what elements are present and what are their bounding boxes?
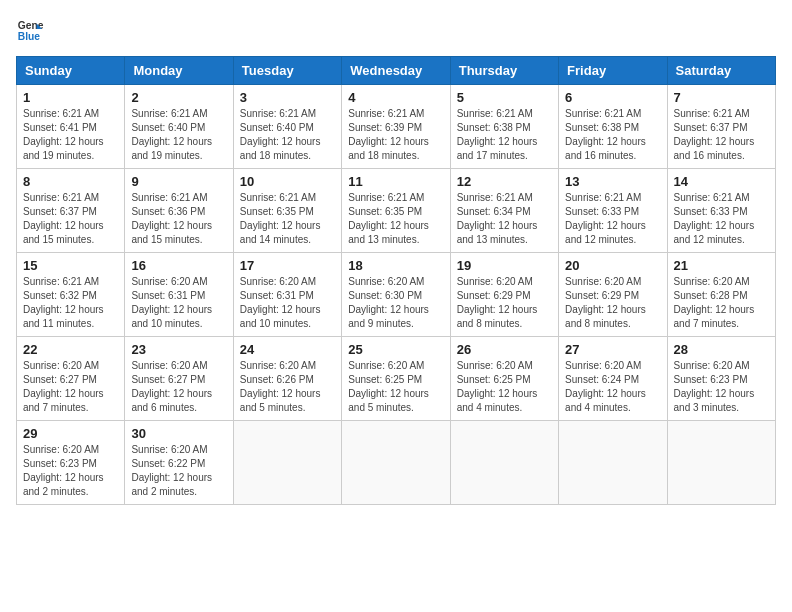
weekday-header-thursday: Thursday [450, 57, 558, 85]
calendar-day-14: 14Sunrise: 6:21 AMSunset: 6:33 PMDayligh… [667, 169, 775, 253]
weekday-header-sunday: Sunday [17, 57, 125, 85]
calendar-day-26: 26Sunrise: 6:20 AMSunset: 6:25 PMDayligh… [450, 337, 558, 421]
calendar-week-1: 1Sunrise: 6:21 AMSunset: 6:41 PMDaylight… [17, 85, 776, 169]
calendar-day-22: 22Sunrise: 6:20 AMSunset: 6:27 PMDayligh… [17, 337, 125, 421]
calendar-day-21: 21Sunrise: 6:20 AMSunset: 6:28 PMDayligh… [667, 253, 775, 337]
calendar-header-row: SundayMondayTuesdayWednesdayThursdayFrid… [17, 57, 776, 85]
calendar-day-empty [342, 421, 450, 505]
calendar-day-empty [559, 421, 667, 505]
weekday-header-saturday: Saturday [667, 57, 775, 85]
calendar-day-20: 20Sunrise: 6:20 AMSunset: 6:29 PMDayligh… [559, 253, 667, 337]
calendar-day-12: 12Sunrise: 6:21 AMSunset: 6:34 PMDayligh… [450, 169, 558, 253]
logo-icon: General Blue [16, 16, 44, 44]
calendar-day-7: 7Sunrise: 6:21 AMSunset: 6:37 PMDaylight… [667, 85, 775, 169]
calendar-day-2: 2Sunrise: 6:21 AMSunset: 6:40 PMDaylight… [125, 85, 233, 169]
calendar-day-27: 27Sunrise: 6:20 AMSunset: 6:24 PMDayligh… [559, 337, 667, 421]
calendar-day-8: 8Sunrise: 6:21 AMSunset: 6:37 PMDaylight… [17, 169, 125, 253]
calendar-table: SundayMondayTuesdayWednesdayThursdayFrid… [16, 56, 776, 505]
calendar-day-15: 15Sunrise: 6:21 AMSunset: 6:32 PMDayligh… [17, 253, 125, 337]
calendar-day-1: 1Sunrise: 6:21 AMSunset: 6:41 PMDaylight… [17, 85, 125, 169]
calendar-day-18: 18Sunrise: 6:20 AMSunset: 6:30 PMDayligh… [342, 253, 450, 337]
calendar-day-19: 19Sunrise: 6:20 AMSunset: 6:29 PMDayligh… [450, 253, 558, 337]
calendar-day-24: 24Sunrise: 6:20 AMSunset: 6:26 PMDayligh… [233, 337, 341, 421]
calendar-day-16: 16Sunrise: 6:20 AMSunset: 6:31 PMDayligh… [125, 253, 233, 337]
calendar-day-4: 4Sunrise: 6:21 AMSunset: 6:39 PMDaylight… [342, 85, 450, 169]
svg-text:General: General [18, 20, 44, 31]
calendar-day-25: 25Sunrise: 6:20 AMSunset: 6:25 PMDayligh… [342, 337, 450, 421]
weekday-header-friday: Friday [559, 57, 667, 85]
calendar-day-9: 9Sunrise: 6:21 AMSunset: 6:36 PMDaylight… [125, 169, 233, 253]
calendar-day-17: 17Sunrise: 6:20 AMSunset: 6:31 PMDayligh… [233, 253, 341, 337]
calendar-day-28: 28Sunrise: 6:20 AMSunset: 6:23 PMDayligh… [667, 337, 775, 421]
page-header: General Blue [16, 16, 776, 44]
calendar-day-29: 29Sunrise: 6:20 AMSunset: 6:23 PMDayligh… [17, 421, 125, 505]
logo: General Blue [16, 16, 44, 44]
weekday-header-tuesday: Tuesday [233, 57, 341, 85]
weekday-header-monday: Monday [125, 57, 233, 85]
calendar-day-30: 30Sunrise: 6:20 AMSunset: 6:22 PMDayligh… [125, 421, 233, 505]
weekday-header-wednesday: Wednesday [342, 57, 450, 85]
calendar-week-2: 8Sunrise: 6:21 AMSunset: 6:37 PMDaylight… [17, 169, 776, 253]
svg-text:Blue: Blue [18, 31, 41, 42]
calendar-day-10: 10Sunrise: 6:21 AMSunset: 6:35 PMDayligh… [233, 169, 341, 253]
calendar-day-empty [450, 421, 558, 505]
calendar-week-4: 22Sunrise: 6:20 AMSunset: 6:27 PMDayligh… [17, 337, 776, 421]
calendar-week-5: 29Sunrise: 6:20 AMSunset: 6:23 PMDayligh… [17, 421, 776, 505]
calendar-day-6: 6Sunrise: 6:21 AMSunset: 6:38 PMDaylight… [559, 85, 667, 169]
calendar-day-empty [667, 421, 775, 505]
calendar-day-3: 3Sunrise: 6:21 AMSunset: 6:40 PMDaylight… [233, 85, 341, 169]
calendar-day-13: 13Sunrise: 6:21 AMSunset: 6:33 PMDayligh… [559, 169, 667, 253]
calendar-week-3: 15Sunrise: 6:21 AMSunset: 6:32 PMDayligh… [17, 253, 776, 337]
calendar-day-23: 23Sunrise: 6:20 AMSunset: 6:27 PMDayligh… [125, 337, 233, 421]
calendar-day-empty [233, 421, 341, 505]
calendar-day-5: 5Sunrise: 6:21 AMSunset: 6:38 PMDaylight… [450, 85, 558, 169]
calendar-day-11: 11Sunrise: 6:21 AMSunset: 6:35 PMDayligh… [342, 169, 450, 253]
